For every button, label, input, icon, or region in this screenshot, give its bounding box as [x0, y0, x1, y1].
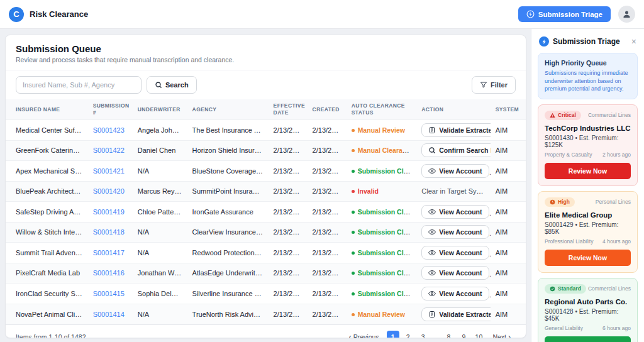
column-header: Effective Date — [269, 99, 308, 120]
submission-link[interactable]: S0001417 — [93, 249, 125, 256]
table-row: IronClad Security SystemsS0001415Sophia … — [6, 284, 526, 304]
row-action-button[interactable]: View Account — [421, 164, 489, 178]
cell-agency: ClearView Insurance Brokers — [187, 222, 269, 243]
cell-created-date: 2/13/2024 — [308, 284, 347, 304]
review-now-button[interactable]: Review Now — [545, 250, 631, 266]
filter-button[interactable]: Filter — [472, 76, 516, 94]
document-icon — [428, 311, 436, 318]
priority-badge: High — [545, 197, 575, 207]
priority-label: Critical — [558, 112, 576, 118]
cell-underwriter: Angela Johnson — [133, 120, 187, 141]
submission-queue-card: Submission Queue Review and process task… — [5, 35, 526, 338]
status-dot-icon — [352, 190, 355, 193]
cell-underwriter: Sophia Delgado — [133, 284, 187, 304]
top-bar: C Risk Clearance Submission Triage — [0, 0, 644, 29]
row-action-button[interactable]: View Account — [421, 287, 489, 301]
high-priority-info-box: High Priority Queue Submissions requirin… — [538, 53, 638, 99]
cell-submission-number: S0001415 — [88, 284, 133, 304]
search-button[interactable]: Search — [147, 76, 197, 94]
coverage-label: General Liability — [545, 325, 583, 331]
chevron-right-icon: › — [508, 333, 511, 338]
previous-page-button[interactable]: ‹Previous — [344, 333, 384, 338]
coverage-label: Professional Liability — [545, 238, 593, 245]
cell-submission-number: S0001421 — [88, 161, 133, 182]
page-number-button[interactable]: 10 — [472, 331, 485, 338]
submission-link[interactable]: S0001416 — [93, 269, 125, 277]
cell-action: Confirm Search Results — [416, 140, 490, 161]
submission-link[interactable]: S0001423 — [93, 126, 125, 134]
cell-insured-name: PixelCraft Media Lab — [6, 263, 88, 284]
cell-system: AIM — [491, 140, 526, 161]
row-action-button[interactable]: View Account — [421, 205, 489, 219]
cell-insured-name: Willow & Stitch Interiors — [6, 222, 88, 243]
submission-link[interactable]: S0001420 — [93, 187, 125, 195]
cell-action: View Account — [416, 161, 490, 182]
close-icon[interactable]: × — [630, 37, 638, 46]
cell-agency: AtlasEdge Underwriting — [187, 263, 269, 284]
table-row: Summit Trail AdventuresS0001417N/ARedwoo… — [6, 243, 526, 263]
submission-link[interactable]: S0001421 — [93, 167, 125, 175]
check-circle-icon — [550, 286, 555, 292]
triage-icon — [539, 36, 549, 47]
badge-row: CriticalCommercial Lines — [545, 111, 631, 120]
next-page-button[interactable]: Next› — [487, 333, 516, 338]
submission-table: Insured NameSubmission #UnderwriterAgenc… — [6, 99, 526, 324]
cell-system: AIM — [491, 304, 526, 324]
row-action-label: View Account — [439, 228, 482, 236]
status-badge: Manual Review — [358, 126, 405, 134]
cell-effective-date: 2/13/2024 — [269, 181, 308, 202]
submission-link[interactable]: S0001422 — [93, 146, 125, 154]
cell-clearance-status: Submission Cleared — [347, 284, 417, 304]
search-input[interactable] — [16, 76, 142, 94]
page-number-button[interactable]: 1 — [387, 331, 399, 338]
cell-submission-number: S0001416 — [88, 263, 133, 284]
column-header: Created — [308, 99, 347, 120]
pagination: ‹Previous123...8910Next› — [344, 331, 516, 338]
row-action-button[interactable]: View Account — [421, 266, 489, 280]
cell-insured-name: GreenFork Catering Co. — [6, 140, 88, 161]
cell-agency: Redwood Protection Services — [187, 243, 269, 263]
page-number-button[interactable]: 9 — [457, 331, 470, 338]
review-now-button[interactable]: Review Now — [545, 336, 631, 342]
column-header: System — [491, 99, 526, 120]
cell-effective-date: 2/13/2024 — [269, 304, 308, 324]
page-number-button[interactable]: 2 — [402, 331, 414, 338]
submission-link[interactable]: S0001414 — [93, 311, 125, 318]
triage-card-list: CriticalCommercial LinesTechCorp Industr… — [538, 104, 638, 342]
row-action-button[interactable]: View Account — [421, 246, 489, 260]
page-title: Submission Queue — [16, 43, 516, 54]
cell-submission-number: S0001422 — [88, 140, 133, 161]
priority-label: Standard — [558, 285, 581, 292]
cell-insured-name: BluePeak Architecture Group — [6, 181, 88, 202]
priority-badge: Standard — [545, 284, 586, 294]
column-header: Insured Name — [6, 99, 88, 120]
eye-icon — [428, 269, 436, 277]
submission-link[interactable]: S0001415 — [93, 290, 125, 297]
submission-link[interactable]: S0001418 — [93, 228, 125, 236]
submission-triage-button-label: Submission Triage — [538, 11, 602, 18]
row-action-label: View Account — [439, 290, 482, 297]
card-meta-row: General Liability6 hours ago — [545, 325, 631, 331]
page-number-button[interactable]: 8 — [442, 331, 455, 338]
eye-icon — [428, 290, 436, 297]
triage-sidebar: Submission Triage × High Priority Queue … — [531, 29, 644, 342]
row-action-button[interactable]: Confirm Search Results — [421, 143, 490, 157]
page-number-button[interactable]: 3 — [417, 331, 430, 338]
cell-clearance-status: Submission Cleared — [347, 243, 417, 263]
submission-triage-button[interactable]: Submission Triage — [518, 6, 611, 22]
status-dot-icon — [352, 292, 355, 295]
row-action-button[interactable]: Validate Extracted Data — [421, 307, 490, 321]
app-title: Risk Clearance — [30, 9, 88, 19]
row-action-button[interactable]: Validate Extracted Data — [421, 123, 490, 137]
brand: C Risk Clearance — [9, 7, 88, 22]
row-action-button[interactable]: View Account — [421, 225, 489, 239]
cell-submission-number: S0001423 — [88, 120, 133, 141]
cell-action: Validate Extracted Data — [416, 120, 490, 141]
triage-panel-title: Submission Triage — [553, 37, 626, 46]
review-now-button[interactable]: Review Now — [545, 163, 631, 179]
submission-link[interactable]: S0001419 — [93, 208, 125, 216]
user-avatar[interactable] — [618, 6, 635, 23]
row-action-label: View Account — [439, 269, 482, 277]
status-dot-icon — [352, 313, 355, 316]
cell-agency: Horizon Shield Insurance — [187, 140, 269, 161]
